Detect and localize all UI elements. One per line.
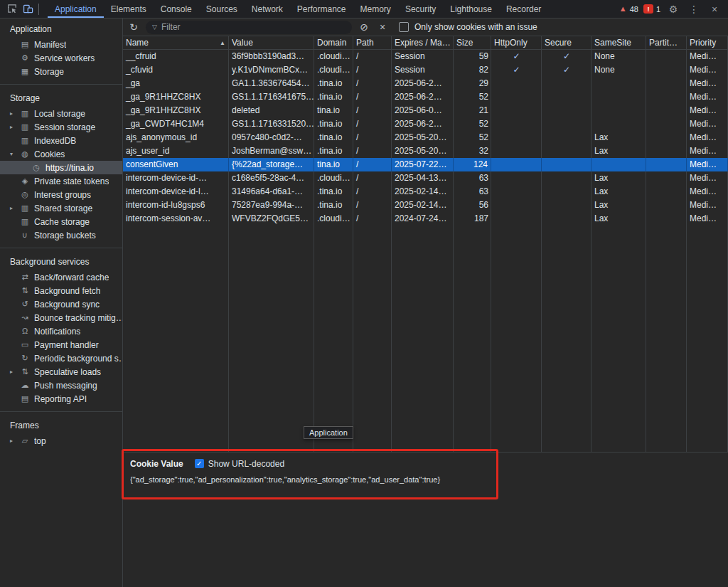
tab-security[interactable]: Security bbox=[398, 0, 443, 18]
sidebar-item-speculative-loads[interactable]: ▸⇅Speculative loads bbox=[0, 365, 122, 379]
tab-performance[interactable]: Performance bbox=[290, 0, 353, 18]
sidebar-item-https-tina-io[interactable]: ◷https://tina.io bbox=[0, 161, 122, 174]
sidebar-item-top[interactable]: ▸▱top bbox=[0, 434, 122, 448]
device-toolbar-icon[interactable] bbox=[20, 0, 36, 18]
tab-elements[interactable]: Elements bbox=[104, 0, 154, 18]
cookie-row-cfuvid[interactable]: _cfuvidy.K1vDNmcmBCx….cloudi…/Session82✓… bbox=[123, 63, 728, 77]
cookie-row-ga[interactable]: _gaGA1.1.363676454….tina.io/2025-06-2…29… bbox=[123, 77, 728, 90]
inspect-icon[interactable] bbox=[4, 0, 20, 18]
cell-domain: tina.io bbox=[314, 158, 353, 171]
sidebar-item-cookies[interactable]: ▾◍Cookies bbox=[0, 147, 122, 161]
cookie-row-consentgiven[interactable]: consentGiven{%22ad_storage…tina.io/2025-… bbox=[123, 158, 728, 171]
tab-memory[interactable]: Memory bbox=[353, 0, 398, 18]
warnings-indicator[interactable]: ▲ 48 bbox=[619, 5, 638, 14]
tab-sources[interactable]: Sources bbox=[199, 0, 245, 18]
refresh-icon[interactable]: ↻ bbox=[127, 22, 140, 32]
sidebar-item-cache-storage[interactable]: ▥Cache storage bbox=[0, 215, 122, 228]
cookie-row-ajs-anonymous-id[interactable]: ajs_anonymous_id0957c480-c0d2-….tina.io/… bbox=[123, 131, 728, 144]
sidebar-item-interest-groups[interactable]: ◎Interest groups bbox=[0, 188, 122, 201]
cell-samesite: Lax bbox=[592, 131, 646, 144]
cell-name: _ga bbox=[123, 77, 229, 90]
sidebar-item-private-state-tokens[interactable]: ◈Private state tokens bbox=[0, 174, 122, 188]
chevron-right-icon[interactable]: ▸ bbox=[10, 369, 19, 375]
column-header-priority[interactable]: Priority bbox=[687, 36, 728, 49]
cell-secure bbox=[542, 199, 592, 212]
column-header-httponly[interactable]: HttpOnly bbox=[491, 36, 542, 49]
sidebar-item-session-storage[interactable]: ▸▥Session storage bbox=[0, 120, 122, 134]
cell-value: deleted bbox=[229, 104, 314, 117]
more-options-icon[interactable]: ⋮ bbox=[686, 0, 702, 18]
cell-samesite: Lax bbox=[592, 212, 646, 226]
cookie-row-cfruid[interactable]: __cfruid36f9bbb3190ad3….cloudi…/Session5… bbox=[123, 50, 728, 63]
column-header-samesite[interactable]: SameSite bbox=[592, 36, 646, 49]
chevron-right-icon[interactable]: ▸ bbox=[10, 124, 19, 130]
column-header-path[interactable]: Path bbox=[353, 36, 392, 49]
sidebar-item-payment-handler[interactable]: ▭Payment handler bbox=[0, 338, 122, 351]
sidebar-item-notifications[interactable]: ΩNotifications bbox=[0, 324, 122, 338]
sidebar-item-back-forward-cache[interactable]: ⇄Back/forward cache bbox=[0, 270, 122, 284]
sidebar-item-indexeddb[interactable]: ▥IndexedDB bbox=[0, 134, 122, 147]
delete-selected-icon[interactable]: × bbox=[376, 22, 389, 32]
tab-application[interactable]: Application bbox=[48, 0, 104, 18]
column-header-partit[interactable]: Partit… bbox=[646, 36, 687, 49]
cookie-row-intercom-device-id[interactable]: intercom-device-id-…c168e5f5-28ac-4….clo… bbox=[123, 171, 728, 185]
settings-gear-icon[interactable]: ⚙ bbox=[665, 0, 681, 18]
sidebar-item-reporting-api[interactable]: ▤Reporting API bbox=[0, 392, 122, 406]
column-header-value[interactable]: Value bbox=[229, 36, 314, 49]
tab-network[interactable]: Network bbox=[245, 0, 290, 18]
sidebar-item-shared-storage[interactable]: ▸▥Shared storage bbox=[0, 201, 122, 215]
column-header-domain[interactable]: Domain bbox=[314, 36, 353, 49]
sidebar-item-manifest[interactable]: ▤Manifest bbox=[0, 38, 122, 51]
cell-value: y.K1vDNmcmBCx… bbox=[229, 63, 314, 77]
cookie-value-text: {"ad_storage":true,"ad_personalization":… bbox=[130, 475, 721, 484]
filter-box[interactable]: ▽ bbox=[146, 21, 352, 34]
cell-size: 63 bbox=[454, 185, 491, 199]
sidebar-item-background-sync[interactable]: ↺Background sync bbox=[0, 297, 122, 311]
sidebar-item-label: Storage buckets bbox=[34, 231, 96, 240]
column-header-expires-ma[interactable]: Expires / Ma… bbox=[392, 36, 454, 49]
sidebar-item-label: Session storage bbox=[34, 122, 95, 132]
sidebar-item-background-fetch[interactable]: ⇅Background fetch bbox=[0, 284, 122, 297]
sidebar-item-label: Push messaging bbox=[34, 381, 97, 391]
tab-recorder[interactable]: Recorder bbox=[499, 0, 548, 18]
column-header-name[interactable]: Name▲ bbox=[123, 36, 229, 49]
chevron-right-icon[interactable]: ▸ bbox=[10, 205, 19, 211]
chevron-right-icon[interactable]: ▸ bbox=[10, 438, 19, 444]
cell-partit bbox=[646, 77, 687, 90]
errors-indicator[interactable]: ! 1 bbox=[643, 4, 660, 14]
close-devtools-icon[interactable]: × bbox=[707, 0, 722, 18]
cookie-row-intercom-device-id-l[interactable]: intercom-device-id-l…31496a64-d6a1-….tin… bbox=[123, 185, 728, 199]
sidebar-item-bounce-tracking-mitig[interactable]: ↝Bounce tracking mitig… bbox=[0, 311, 122, 324]
cookie-row-ga-9r1hhzc8hx[interactable]: _ga_9R1HHZC8HXGS1.1.1716341675….tina.io/… bbox=[123, 90, 728, 104]
sidebar-item-periodic-background-s[interactable]: ↻Periodic background s… bbox=[0, 351, 122, 365]
chevron-right-icon[interactable]: ▸ bbox=[10, 110, 19, 117]
cell-size: 29 bbox=[454, 77, 491, 90]
show-url-decoded-checkbox[interactable]: ✓ bbox=[195, 459, 204, 468]
sidebar-item-storage-buckets[interactable]: ∪Storage buckets bbox=[0, 228, 122, 242]
cookie-row-ga-9r1hhzc8hx[interactable]: _ga_9R1HHZC8HXdeletedtina.io/2025-06-0…2… bbox=[123, 104, 728, 117]
cookie-preview-pane: Cookie Value ✓ Show URL-decoded {"ad_sto… bbox=[123, 452, 728, 587]
sidebar-item-service-workers[interactable]: ⚙Service workers bbox=[0, 51, 122, 65]
cookie-row-ajs-user-id[interactable]: ajs_user_idJoshBerman@ssw….tina.io/2025-… bbox=[123, 144, 728, 158]
cell-expires-ma: 2025-06-2… bbox=[392, 117, 454, 131]
column-header-size[interactable]: Size bbox=[454, 36, 491, 49]
chevron-down-icon[interactable]: ▾ bbox=[10, 151, 19, 157]
cell-name: ajs_anonymous_id bbox=[123, 131, 229, 144]
payment-icon: ▭ bbox=[19, 341, 31, 349]
issue-filter-checkbox[interactable] bbox=[399, 22, 409, 32]
cell-secure bbox=[542, 144, 592, 158]
cookie-row-ga-cwdt4hc1m4[interactable]: _ga_CWDT4HC1M4GS1.1.1716331520….tina.io/… bbox=[123, 117, 728, 131]
cell-secure bbox=[542, 212, 592, 226]
column-header-secure[interactable]: Secure bbox=[542, 36, 592, 49]
sidebar-item-storage[interactable]: ▦Storage bbox=[0, 65, 122, 78]
sidebar-item-local-storage[interactable]: ▸▥Local storage bbox=[0, 107, 122, 120]
cell-priority: Medi… bbox=[687, 212, 728, 226]
cookie-row-intercom-id-lu8gsps6[interactable]: intercom-id-lu8gsps675287ea9-994a-….tina… bbox=[123, 199, 728, 212]
tab-console[interactable]: Console bbox=[154, 0, 199, 18]
tab-lighthouse[interactable]: Lighthouse bbox=[443, 0, 499, 18]
cookies-toolbar: ↻ ▽ ⊘ × Only show cookies with an issue bbox=[123, 18, 728, 36]
clear-all-cookies-icon[interactable]: ⊘ bbox=[358, 22, 370, 32]
filter-input[interactable] bbox=[161, 22, 346, 32]
sidebar-item-push-messaging[interactable]: ☁Push messaging bbox=[0, 379, 122, 392]
cookie-row-intercom-session-av[interactable]: intercom-session-av…WFVBZ2FQdGE5….cloudi… bbox=[123, 212, 728, 226]
